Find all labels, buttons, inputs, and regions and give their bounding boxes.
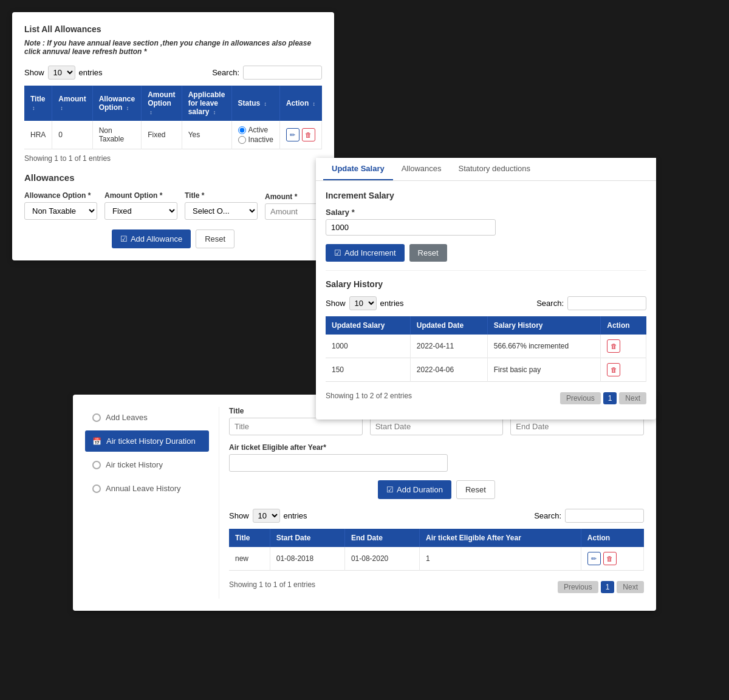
show-label: Show: [24, 68, 44, 77]
reset-salary-button[interactable]: Reset: [409, 244, 447, 262]
radio-active[interactable]: Active: [238, 126, 273, 134]
sidebar-item-air-ticket-duration[interactable]: 📅 Air ticket History Duration: [85, 430, 209, 452]
tab-update-salary[interactable]: Update Salary: [323, 158, 393, 180]
air-col-title: Title: [229, 529, 270, 547]
allowances-search-input[interactable]: [243, 66, 322, 80]
sidebar-item-air-ticket-history[interactable]: Air ticket History: [85, 454, 209, 475]
amount-option-select[interactable]: Fixed Percentage: [104, 202, 177, 220]
next-button[interactable]: Next: [619, 392, 646, 404]
entries-select[interactable]: 10 25 50: [48, 66, 75, 80]
sort-icon-amount-opt: ↕: [149, 109, 152, 115]
delete-icon[interactable]: 🗑: [607, 339, 620, 353]
air-search-input[interactable]: [565, 509, 644, 523]
air-eligible-group: Air ticket Eligible after Year*: [229, 443, 644, 472]
salary-action-row: ☑ Add Increment Reset: [326, 244, 646, 262]
amount-option-label: Amount Option *: [104, 191, 177, 200]
air-prev-button[interactable]: Previous: [558, 581, 598, 593]
allowances-table: Title ↕ Amount ↕ Allowance Option ↕ Amou…: [24, 86, 322, 149]
tab-statutory[interactable]: Statutory deductions: [450, 158, 539, 180]
sort-icon-status: ↕: [264, 101, 267, 107]
air-show-left: Show 10 entries: [229, 509, 307, 523]
checkbox-icon-3: [92, 484, 101, 493]
prev-button[interactable]: Previous: [560, 392, 601, 404]
air-end-date-input[interactable]: [510, 418, 644, 435]
history-search: Search:: [536, 296, 646, 310]
air-action-icons: ✏ 🗑: [587, 552, 637, 565]
col-allowance-option: Allowance Option ↕: [92, 86, 141, 121]
allowances-section-title: Allowances: [24, 172, 322, 183]
search-row: Search:: [212, 66, 322, 80]
salary-input-group: Salary *: [326, 208, 496, 236]
radio-inactive-input[interactable]: [238, 136, 246, 144]
hist-date-2: 2022-04-06: [410, 358, 487, 382]
add-allowance-button[interactable]: ☑ Add Allowance: [112, 229, 191, 248]
row-allowance-option: Non Taxable: [92, 121, 141, 149]
checkbox-icon: [92, 413, 101, 422]
history-entries-label: entries: [380, 299, 404, 308]
air-search-row: Search:: [534, 509, 644, 523]
hist-col-history: Salary History: [487, 316, 601, 335]
allowance-option-select[interactable]: Non Taxable Taxable: [24, 202, 97, 220]
reset-allowance-button[interactable]: Reset: [196, 229, 234, 248]
air-col-end: End Date: [344, 529, 419, 547]
edit-icon[interactable]: ✏: [286, 128, 299, 141]
air-search-label: Search:: [534, 511, 561, 520]
history-entries-row: Show 10 entries Search:: [326, 296, 646, 310]
hist-salary-2: 150: [326, 358, 410, 382]
col-applicable: Applicable for leave salary ↕: [182, 86, 231, 121]
row-amount-option: Fixed: [142, 121, 182, 149]
sidebar-item-annual-leave[interactable]: Annual Leave History: [85, 478, 209, 499]
air-title-input[interactable]: [229, 418, 363, 435]
search-label: Search:: [212, 68, 239, 77]
tab-content: Increment Salary Salary * ☑ Add Incremen…: [316, 181, 656, 420]
radio-inactive[interactable]: Inactive: [238, 135, 273, 144]
history-entries-select[interactable]: 10: [349, 296, 377, 310]
row-action: ✏ 🗑: [279, 121, 321, 149]
air-start-date-input[interactable]: [370, 418, 504, 435]
hist-col-updated-date: Updated Date: [410, 316, 487, 335]
sidebar-item-add-leaves[interactable]: Add Leaves: [85, 407, 209, 428]
sidebar-label-air-duration: Air ticket History Duration: [106, 437, 196, 446]
air-row-action: ✏ 🗑: [581, 547, 643, 571]
radio-active-input[interactable]: [238, 126, 246, 134]
title-select[interactable]: Select O...: [185, 202, 258, 220]
air-next-button[interactable]: Next: [617, 581, 644, 593]
col-amount-option: Amount Option ↕: [142, 86, 182, 121]
allowance-option-label: Allowance Option *: [24, 191, 97, 200]
sidebar-label-air-history: Air ticket History: [106, 460, 163, 469]
air-pagination: Showing 1 to 1 of 1 entries Previous 1 N…: [229, 576, 644, 599]
delete-icon-2[interactable]: 🗑: [607, 363, 620, 376]
salary-pagination: Showing 1 to 2 of 2 entries Previous 1 N…: [326, 387, 646, 410]
amount-option-group: Amount Option * Fixed Percentage: [104, 191, 177, 220]
increment-icon: ☑: [334, 248, 341, 257]
sort-icon-title: ↕: [32, 105, 35, 111]
sort-icon-allowance: ↕: [126, 105, 129, 111]
edit-icon-air[interactable]: ✏: [587, 552, 601, 565]
row-amount: 0: [52, 121, 92, 149]
history-search-input[interactable]: [567, 296, 646, 310]
increment-title: Increment Salary: [326, 191, 646, 200]
tab-allowances[interactable]: Allowances: [393, 158, 450, 180]
air-eligible-input[interactable]: [229, 454, 448, 472]
air-sidebar: Add Leaves 📅 Air ticket History Duration…: [85, 407, 219, 599]
table-row: HRA 0 Non Taxable Fixed Yes Active Inact…: [24, 121, 322, 149]
inactive-label: Inactive: [248, 135, 273, 144]
title-group: Title * Select O...: [185, 191, 258, 220]
sidebar-label-add-leaves: Add Leaves: [106, 413, 148, 422]
delete-icon-air[interactable]: 🗑: [603, 552, 617, 565]
hist-text-2: First basic pay: [487, 358, 601, 382]
add-duration-button[interactable]: ☑ Add Duration: [378, 480, 451, 499]
allowance-option-group: Allowance Option * Non Taxable Taxable: [24, 191, 97, 220]
add-allowance-label: Add Allowance: [131, 234, 182, 243]
delete-icon[interactable]: 🗑: [302, 128, 315, 141]
air-entries-row: Show 10 entries Search:: [229, 509, 644, 523]
panel-air-ticket: Add Leaves 📅 Air ticket History Duration…: [73, 395, 656, 611]
add-increment-button[interactable]: ☑ Add Increment: [326, 244, 405, 262]
hist-salary-1: 1000: [326, 335, 410, 358]
salary-input[interactable]: [326, 219, 496, 236]
history-search-label: Search:: [536, 299, 564, 308]
air-entries-select[interactable]: 10: [253, 509, 280, 523]
reset-duration-button[interactable]: Reset: [456, 480, 495, 499]
sort-icon-amount: ↕: [60, 105, 63, 111]
tab-bar: Update Salary Allowances Statutory deduc…: [316, 158, 656, 181]
